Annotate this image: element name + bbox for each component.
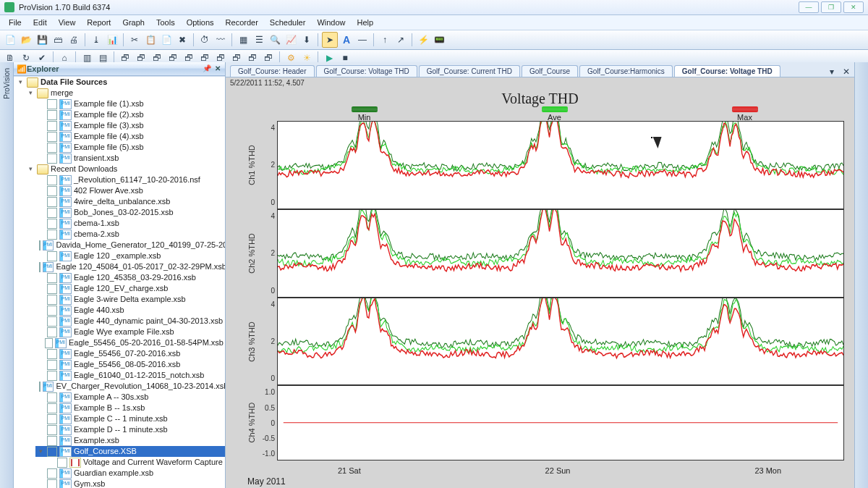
y-label: Ch4 %THD xyxy=(246,385,258,460)
tool-report-icon[interactable]: 📊 xyxy=(105,33,119,47)
tool-chart-icon[interactable]: 📈 xyxy=(284,33,298,47)
menu-window[interactable]: Window xyxy=(311,17,351,28)
menu-edit[interactable]: Edit xyxy=(27,17,53,28)
tool-line-icon[interactable]: — xyxy=(355,33,370,47)
tool-text-icon[interactable]: A xyxy=(339,33,354,47)
tool-print-icon[interactable]: 🖨 xyxy=(67,33,81,47)
tool-paste-icon[interactable]: 📄 xyxy=(159,33,174,47)
plot-canvas[interactable] xyxy=(277,385,844,460)
tree-item[interactable]: Eagle 120_45084_01-05-2017_02-32-29PM.xs… xyxy=(35,261,225,272)
sidebar-handle[interactable]: ProVision xyxy=(0,62,14,488)
tree-item[interactable]: Example.xsb xyxy=(35,435,225,446)
explorer-pin-icon[interactable]: 📌 xyxy=(203,64,211,73)
file-tree[interactable]: ▾Data File Sources ▾merge Example file (… xyxy=(14,76,225,488)
tool-delete-icon[interactable]: ✖ xyxy=(175,33,190,47)
tree-item[interactable]: Example file (1).xsb xyxy=(35,98,225,109)
tree-item-selected[interactable]: ▾Golf_Course.XSB xyxy=(35,446,225,457)
tree-item[interactable]: Example file (3).xsb xyxy=(35,120,225,131)
tree-item[interactable]: Eagle_55456_07-20-2016.xsb xyxy=(35,348,225,359)
doc-tab[interactable]: Golf_Course: Current THD xyxy=(419,65,520,77)
explorer-title: Explorer xyxy=(27,64,59,73)
tree-item[interactable]: Eagle_55456_05-20-2016_01-58-54PM.xsb xyxy=(35,337,225,348)
tree-item[interactable]: cbema-2.xsb xyxy=(35,229,225,240)
y-label: Ch1 %THD xyxy=(246,121,258,209)
tool-up-icon[interactable]: ↑ xyxy=(378,33,392,47)
tree-item[interactable]: Eagle 120 _example.xsb xyxy=(35,251,225,261)
tool-save-icon[interactable]: 💾 xyxy=(35,33,49,47)
maximize-button[interactable]: ❐ xyxy=(821,1,841,13)
tree-item[interactable]: transient.xsb xyxy=(35,153,225,164)
tool-cut-icon[interactable]: ✂ xyxy=(127,33,142,47)
menu-file[interactable]: File xyxy=(3,17,27,28)
window-title: ProVision 1.70 Build 6374 xyxy=(19,3,110,12)
menu-scheduler[interactable]: Scheduler xyxy=(264,17,312,28)
tree-item[interactable]: 4wire_delta_unbalance.xsb xyxy=(35,196,225,207)
close-button[interactable]: ✕ xyxy=(843,1,864,13)
menu-view[interactable]: View xyxy=(53,17,82,28)
tool-new-icon[interactable]: 📄 xyxy=(3,33,17,47)
tree-item[interactable]: Guardian example.xsb xyxy=(35,468,225,479)
menu-graph[interactable]: Graph xyxy=(116,17,150,28)
menu-options[interactable]: Options xyxy=(181,17,220,28)
tree-item[interactable]: Gym.xsb xyxy=(35,479,225,488)
tree-item[interactable]: EV_Charger_Revolution_14068_10-23-2014.x… xyxy=(35,381,225,392)
tool-grid-icon[interactable]: ▦ xyxy=(236,33,250,47)
tool-wave-icon[interactable]: 〰 xyxy=(213,33,228,47)
tree-item[interactable]: cbema-1.xsb xyxy=(35,218,225,229)
tool-export-icon[interactable]: ⤓ xyxy=(89,33,103,47)
tree-item[interactable]: Bob_Jones_03-02-2015.xsb xyxy=(35,207,225,218)
tree-item[interactable]: Eagle_55456_08-05-2016.xsb xyxy=(35,359,225,370)
tool-saveall-icon[interactable]: 🗃 xyxy=(51,33,65,47)
tree-item[interactable]: _Revolution_61147_10-20-2016.nsf xyxy=(35,174,225,185)
plot-canvas[interactable] xyxy=(277,298,844,386)
doc-tab[interactable]: Golf_Course: Voltage THD xyxy=(674,65,780,77)
tree-item[interactable]: Eagle 120_EV_charge.xsb xyxy=(35,283,225,294)
tree-item[interactable]: Example D -- 1 minute.xsb xyxy=(35,424,225,435)
y-axis: 1.00.50-0.5-1.0 xyxy=(258,385,277,460)
tree-item[interactable]: Example file (5).xsb xyxy=(35,142,225,153)
tree-item[interactable]: Example C -- 1 minute.xsb xyxy=(35,413,225,424)
tool-device-icon[interactable]: 📟 xyxy=(432,33,446,47)
doc-tab[interactable]: Golf_Course xyxy=(522,65,578,77)
x-axis: 21 Sat22 Sun23 Mon xyxy=(275,466,844,475)
tree-item[interactable]: Eagle Wye example File.xsb xyxy=(35,327,225,337)
tool-open-icon[interactable]: 📂 xyxy=(19,33,33,47)
tree-root[interactable]: ▾Data File Sources xyxy=(15,77,225,88)
explorer-close-icon[interactable]: ✕ xyxy=(213,64,222,73)
minimize-button[interactable]: — xyxy=(799,1,819,13)
tool-pointer-icon[interactable]: ➤ xyxy=(322,32,338,48)
tool-copy-icon[interactable]: 📋 xyxy=(143,33,158,47)
menu-help[interactable]: Help xyxy=(352,17,380,28)
doc-tab[interactable]: Golf_Course: Voltage THD xyxy=(316,65,417,77)
tree-recent[interactable]: ▾Recent Downloads xyxy=(25,164,225,174)
tool-meter-icon[interactable]: ⏱ xyxy=(197,33,212,47)
right-handle[interactable] xyxy=(854,62,868,488)
plot-canvas[interactable] xyxy=(277,209,844,298)
tree-item[interactable]: 402 Flower Ave.xsb xyxy=(35,185,225,196)
plot-canvas[interactable] xyxy=(277,121,844,209)
tree-item[interactable]: Example file (2).xsb xyxy=(35,109,225,120)
tool-arrow-icon[interactable]: ↗ xyxy=(393,33,408,47)
menu-report[interactable]: Report xyxy=(81,17,116,28)
tool-download-icon[interactable]: ⬇ xyxy=(299,33,314,47)
tool-plug-icon[interactable]: ⚡ xyxy=(416,33,430,47)
tree-merge[interactable]: ▾merge xyxy=(25,88,225,98)
tool-zoom-icon[interactable]: 🔍 xyxy=(268,33,282,47)
tree-item[interactable]: Example A -- 30s.xsb xyxy=(35,392,225,403)
tool-layers-icon[interactable]: ☰ xyxy=(252,33,266,47)
doc-tab[interactable]: Golf_Course:Harmonics xyxy=(579,65,673,77)
doctab-button[interactable]: ✕ xyxy=(838,67,854,77)
doctab-button[interactable]: ▾ xyxy=(825,67,838,77)
tree-item[interactable]: Example B -- 1s.xsb xyxy=(35,403,225,413)
tree-item[interactable]: Example file (4).xsb xyxy=(35,131,225,142)
tree-item[interactable]: Eagle 120_45358_03-29-2016.xsb xyxy=(35,272,225,283)
menu-tools[interactable]: Tools xyxy=(150,17,181,28)
tree-item[interactable]: Voltage and Current Waveform Capture xyxy=(46,457,225,468)
tree-item[interactable]: Eagle 3-wire Delta example.xsb xyxy=(35,294,225,305)
tree-item[interactable]: Eagle_61040_01-12-2015_notch.xsb xyxy=(35,370,225,381)
tree-item[interactable]: Eagle 440_dynamic paint_04-30-2013.xsb xyxy=(35,316,225,327)
doc-tab[interactable]: Golf_Course: Header xyxy=(230,65,315,77)
tree-item[interactable]: Eagle 440.xsb xyxy=(35,305,225,316)
tree-item[interactable]: Davida_Home_Generator_120_40199_07-25-20… xyxy=(35,240,225,251)
menu-recorder[interactable]: Recorder xyxy=(220,17,264,28)
